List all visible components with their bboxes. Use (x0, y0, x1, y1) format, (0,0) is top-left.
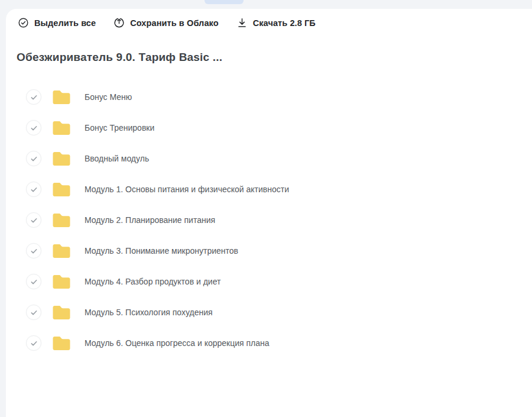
row-checkbox[interactable] (26, 335, 41, 351)
row-checkbox[interactable] (26, 305, 41, 320)
download-icon (236, 17, 248, 28)
folder-row[interactable]: Модуль 6. Оценка прогресса и коррекция п… (6, 328, 532, 358)
folder-row[interactable]: Вводный модуль (6, 143, 532, 174)
save-to-cloud-label: Сохранить в Облако (130, 18, 218, 28)
folder-name: Бонус Тренировки (85, 123, 154, 132)
folder-row[interactable]: Модуль 4. Разбор продуктов и диет (6, 266, 532, 297)
row-checkbox[interactable] (26, 274, 41, 289)
folder-icon (51, 181, 72, 198)
folder-row[interactable]: Модуль 2. Планирование питания (6, 205, 532, 235)
folder-icon (51, 89, 72, 106)
checkmark-icon (30, 216, 38, 224)
save-to-cloud-button[interactable]: Сохранить в Облако (113, 17, 218, 28)
folder-row[interactable]: Модуль 1. Основы питания и физической ак… (6, 174, 532, 205)
checkmark-icon (30, 186, 38, 193)
row-checkbox[interactable] (26, 120, 41, 135)
check-circle-icon (18, 17, 29, 28)
select-all-label: Выделить все (34, 18, 96, 28)
checkmark-icon (30, 93, 38, 101)
folder-name: Вводный модуль (85, 154, 149, 163)
download-label: Скачать 2.8 ГБ (253, 18, 316, 28)
folder-row[interactable]: Бонус Меню (6, 82, 532, 112)
folder-icon (51, 273, 72, 290)
top-edge-pill (205, 0, 244, 4)
folder-name: Модуль 2. Планирование питания (85, 215, 215, 225)
row-checkbox[interactable] (26, 182, 41, 197)
row-checkbox[interactable] (26, 89, 41, 105)
row-checkbox[interactable] (26, 212, 41, 228)
folder-name: Модуль 5. Психология похудения (85, 308, 213, 317)
cloud-upload-icon (113, 17, 125, 28)
download-button[interactable]: Скачать 2.8 ГБ (236, 17, 316, 28)
checkmark-icon (30, 155, 38, 163)
folder-name: Модуль 1. Основы питания и физической ак… (85, 185, 289, 194)
select-all-button[interactable]: Выделить все (18, 17, 96, 28)
folder-list: Бонус Меню Бонус Тренировки Вводный моду… (6, 82, 532, 358)
checkmark-icon (30, 278, 38, 286)
folder-icon (51, 304, 72, 321)
folder-icon (51, 119, 72, 137)
content-panel: Выделить все Сохранить в Облако Скачать … (6, 9, 532, 417)
folder-icon (51, 212, 72, 229)
folder-icon (51, 335, 72, 352)
folder-name: Модуль 3. Понимание микронутриентов (85, 246, 238, 256)
row-checkbox[interactable] (26, 243, 41, 258)
checkmark-icon (30, 247, 38, 255)
row-checkbox[interactable] (26, 151, 41, 166)
checkmark-icon (30, 124, 38, 132)
folder-row[interactable]: Бонус Тренировки (6, 112, 532, 143)
folder-icon (51, 150, 72, 167)
folder-name: Модуль 4. Разбор продуктов и диет (85, 277, 220, 286)
folder-icon (51, 243, 72, 260)
folder-name: Бонус Меню (85, 92, 132, 102)
folder-row[interactable]: Модуль 3. Понимание микронутриентов (6, 235, 532, 266)
folder-name: Модуль 6. Оценка прогресса и коррекция п… (85, 338, 270, 348)
toolbar: Выделить все Сохранить в Облако Скачать … (6, 9, 532, 28)
checkmark-icon (30, 309, 38, 316)
page-title: Обезжириватель 9.0. Тариф Basic ... (17, 51, 532, 64)
folder-row[interactable]: Модуль 5. Психология похудения (6, 297, 532, 328)
checkmark-icon (30, 340, 38, 347)
